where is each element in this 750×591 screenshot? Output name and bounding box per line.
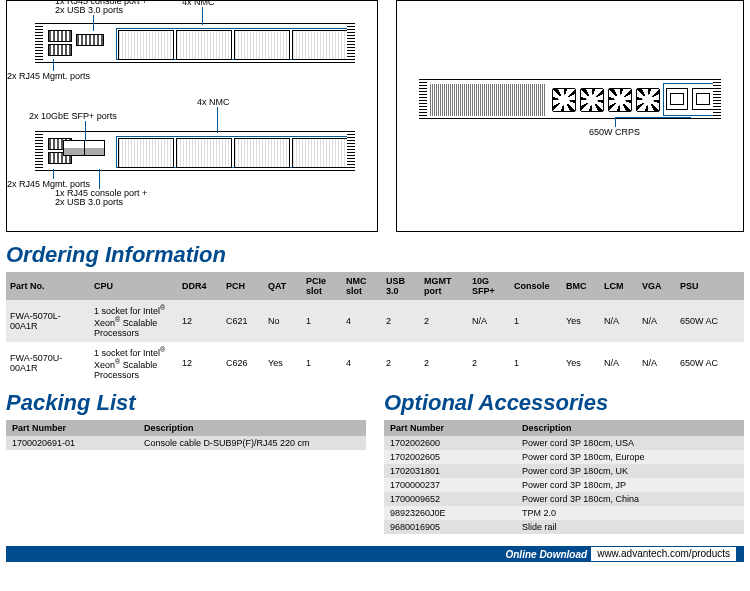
table-header-row: Part No. CPU DDR4 PCH QAT PCIe slot NMC … (6, 272, 744, 300)
footer-bar: Online Download www.advantech.com/produc… (6, 546, 744, 562)
nmc-slot-icon (234, 138, 290, 168)
packing-heading: Packing List (6, 390, 366, 416)
nmc-slot-icon (118, 30, 174, 60)
mgmt-label: 2x RJ45 Mgmt. ports (7, 71, 90, 81)
download-url: www.advantech.com/products (591, 547, 736, 561)
chassis-top (35, 23, 355, 63)
chassis-rear (419, 79, 721, 119)
accessories-table: Part Number Description 1702002600Power … (384, 420, 744, 534)
nmc-slot-icon (292, 138, 348, 168)
sfp-label: 2x 10GbE SFP+ ports (29, 111, 117, 121)
packing-table: Part Number Description 1700020691-01 Co… (6, 420, 366, 450)
table-row: FWA-5070U-00A1R 1 socket for Intel® Xeon… (6, 342, 744, 384)
table-header-row: Part Number Description (6, 420, 366, 436)
nmc-slot-icon (176, 138, 232, 168)
download-label: Online Download (505, 549, 587, 560)
diagram-rear: 650W CRPS (396, 0, 744, 232)
table-row: 9680016905Slide rail (384, 520, 744, 534)
table-row: 1700009652Power cord 3P 180cm, China (384, 492, 744, 506)
fan-icon (636, 88, 660, 112)
mgmt-ports-icon (48, 44, 72, 56)
usb-ports-icon (76, 34, 104, 46)
psu-highlight-icon (663, 83, 717, 116)
nmc-label: 4x NMC (182, 0, 215, 7)
nmc-slot-icon (118, 138, 174, 168)
table-row: 98923260J0ETPM 2.0 (384, 506, 744, 520)
diagram-front: 4x NMC 1x RJ45 console port + 2x USB 3.0… (6, 0, 378, 232)
ordering-heading: Ordering Information (6, 242, 744, 268)
console-usb-label: 1x RJ45 console port + 2x USB 3.0 ports (55, 0, 147, 15)
fan-icon (552, 88, 576, 112)
fan-icon (608, 88, 632, 112)
table-row: FWA-5070L-00A1R 1 socket for Intel® Xeon… (6, 300, 744, 342)
table-row: 1702002600Power cord 3P 180cm, USA (384, 436, 744, 450)
ordering-table: Part No. CPU DDR4 PCH QAT PCIe slot NMC … (6, 272, 744, 384)
nmc-label: 4x NMC (197, 97, 230, 107)
fan-icon (580, 88, 604, 112)
table-row: 1702002605Power cord 3P 180cm, Europe (384, 450, 744, 464)
accessories-heading: Optional Accessories (384, 390, 744, 416)
table-row: 1700000237Power cord 3P 180cm, JP (384, 478, 744, 492)
grill-icon (430, 84, 546, 116)
table-header-row: Part Number Description (384, 420, 744, 436)
mgmt-ports-icon (48, 30, 72, 42)
table-row: 1700020691-01 Console cable D-SUB9P(F)/R… (6, 436, 366, 450)
nmc-slot-icon (176, 30, 232, 60)
nmc-slot-icon (234, 30, 290, 60)
psu-label: 650W CRPS (589, 127, 640, 137)
diagram-row: 4x NMC 1x RJ45 console port + 2x USB 3.0… (6, 0, 744, 232)
console-usb-label: 1x RJ45 console port + 2x USB 3.0 ports (55, 189, 147, 207)
table-row: 1702031801Power cord 3P 180cm, UK (384, 464, 744, 478)
sfp-ports-icon (63, 140, 105, 156)
nmc-slot-icon (292, 30, 348, 60)
